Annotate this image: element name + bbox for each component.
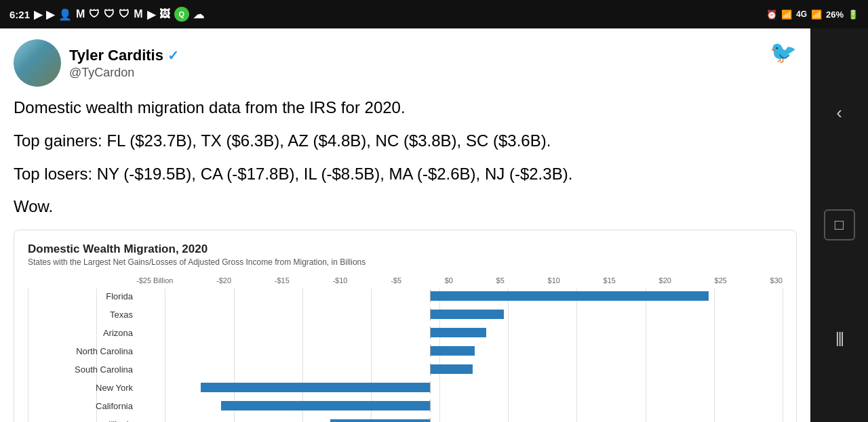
home-button[interactable]: □ — [824, 209, 855, 240]
status-right: ⏰ 📶 4G 📶 26% 🔋 — [766, 9, 859, 20]
twitter-logo: 🐦 — [770, 39, 797, 65]
bar-segment — [430, 310, 504, 319]
bar-row: New York — [136, 380, 783, 395]
bar-row: North Carolina — [136, 343, 783, 358]
axis-labels: -$25 Billion-$20-$15-$10-$5$0$5$10$15$20… — [28, 276, 783, 284]
battery-percent: 26% — [826, 9, 844, 20]
bar-label: New York — [28, 383, 133, 393]
zero-line — [430, 381, 431, 394]
bar-label: Florida — [28, 291, 133, 301]
bar-label: Arizona — [28, 328, 133, 338]
app-icon-mail2: M — [134, 8, 142, 20]
axis-label: -$15 — [275, 276, 290, 284]
axis-label: $15 — [604, 276, 616, 284]
chart-area: -$25 Billion-$20-$15-$10-$5$0$5$10$15$20… — [28, 276, 783, 422]
zero-line — [430, 363, 431, 375]
axis-label: $20 — [659, 276, 671, 284]
right-nav: ‹ □ ||| — [810, 28, 868, 422]
axis-label: $0 — [445, 276, 453, 284]
axis-label: -$25 Billion — [136, 276, 173, 284]
bar-track — [136, 326, 783, 339]
tweet-line3: Top losers: NY (-$19.5B), CA (-$17.8B), … — [14, 163, 797, 186]
axis-label: -$20 — [216, 276, 231, 284]
bar-label: California — [28, 401, 133, 411]
app-icon-mail: M — [76, 8, 85, 20]
chart-subtitle: States with the Largest Net Gains/Losses… — [28, 257, 783, 267]
bar-row: Arizona — [136, 325, 783, 340]
bar-segment — [430, 364, 472, 374]
bar-segment — [430, 328, 486, 337]
display-name: Tyler Carditis ✓ — [69, 47, 179, 64]
app-icon-shield3: 🛡 — [119, 8, 130, 20]
alarm-icon: ⏰ — [766, 9, 777, 20]
bar-segment — [330, 419, 430, 422]
bar-segment — [430, 346, 475, 356]
app-icon-photo: 🖼 — [159, 8, 170, 20]
zero-line — [430, 290, 431, 302]
app-icon-yt1: ▶ — [34, 8, 42, 21]
bar-track — [136, 363, 783, 375]
zero-line — [430, 308, 431, 320]
zero-line — [430, 418, 431, 422]
tweet-line2: Top gainers: FL ($23.7B), TX ($6.3B), AZ… — [14, 129, 797, 153]
bar-track — [136, 308, 783, 320]
axis-label: $25 — [715, 276, 727, 284]
axis-label: -$5 — [391, 276, 401, 284]
zero-line — [430, 345, 431, 357]
signal-4g: 4G — [796, 9, 807, 19]
bar-segment — [221, 401, 430, 410]
bar-label: South Carolina — [28, 364, 133, 375]
axis-label: $30 — [770, 276, 783, 284]
tweet-header: Tyler Carditis ✓ @TyCardon 🐦 — [14, 39, 797, 87]
user-info: Tyler Carditis ✓ @TyCardon — [14, 39, 179, 87]
app-icon-yt2: ▶ — [46, 8, 54, 21]
user-text: Tyler Carditis ✓ @TyCardon — [69, 47, 179, 80]
bar-segment — [430, 291, 709, 301]
app-icon-yt3: ▶ — [147, 8, 155, 21]
app-icon-user: 👤 — [58, 8, 72, 21]
axis-label: $10 — [548, 276, 560, 284]
bar-row: Florida — [136, 289, 783, 303]
status-left: 6:21 ▶ ▶ 👤 M 🛡 🛡 🛡 M ▶ 🖼 Q ☁ — [9, 7, 204, 22]
axis-label: -$10 — [332, 276, 347, 284]
bar-track — [136, 381, 783, 394]
back-button[interactable]: ‹ — [823, 96, 856, 129]
app-icon-shield2: 🛡 — [104, 8, 115, 20]
bar-track — [136, 345, 783, 357]
bar-row: Texas — [136, 307, 783, 322]
app-icon-green: Q — [174, 7, 189, 22]
bar-label: Illinois — [28, 419, 133, 422]
tweet-container: Tyler Carditis ✓ @TyCardon 🐦 Domestic we… — [0, 28, 810, 422]
tweet-text: Domestic wealth migration data from the … — [14, 96, 797, 219]
zero-line — [430, 400, 431, 412]
bar-track — [136, 418, 783, 422]
battery-icon: 🔋 — [848, 9, 859, 20]
axis-label: $5 — [496, 276, 505, 284]
avatar-image — [14, 39, 61, 87]
avatar — [14, 39, 61, 87]
verified-badge: ✓ — [167, 47, 179, 64]
recents-button[interactable]: ||| — [823, 321, 856, 355]
bar-row: Illinois — [136, 417, 783, 422]
bar-segment — [201, 383, 430, 392]
tweet-line4: Wow. — [14, 195, 797, 219]
bar-row: South Carolina — [136, 362, 783, 377]
bar-label: North Carolina — [28, 346, 133, 356]
time: 6:21 — [9, 9, 30, 20]
app-icon-cloud: ☁ — [193, 8, 204, 21]
bar-track — [136, 290, 783, 302]
bar-row: California — [136, 398, 783, 413]
app-icon-shield1: 🛡 — [89, 8, 100, 20]
chart-title: Domestic Wealth Migration, 2020 — [28, 242, 783, 256]
status-bar: 6:21 ▶ ▶ 👤 M 🛡 🛡 🛡 M ▶ 🖼 Q ☁ ⏰ 📶 4G 📶 26… — [0, 0, 868, 28]
tweet-line1: Domestic wealth migration data from the … — [14, 96, 797, 120]
signal-bars: 📶 — [811, 9, 822, 20]
zero-line — [430, 326, 431, 339]
wifi-icon: 📶 — [781, 9, 792, 20]
bar-label: Texas — [28, 310, 133, 320]
bar-track — [136, 400, 783, 412]
bars-area: FloridaTexasArizonaNorth CarolinaSouth C… — [28, 289, 783, 422]
grid-line — [783, 289, 783, 422]
chart-container: Domestic Wealth Migration, 2020 States w… — [14, 230, 797, 422]
username: @TyCardon — [69, 66, 179, 80]
